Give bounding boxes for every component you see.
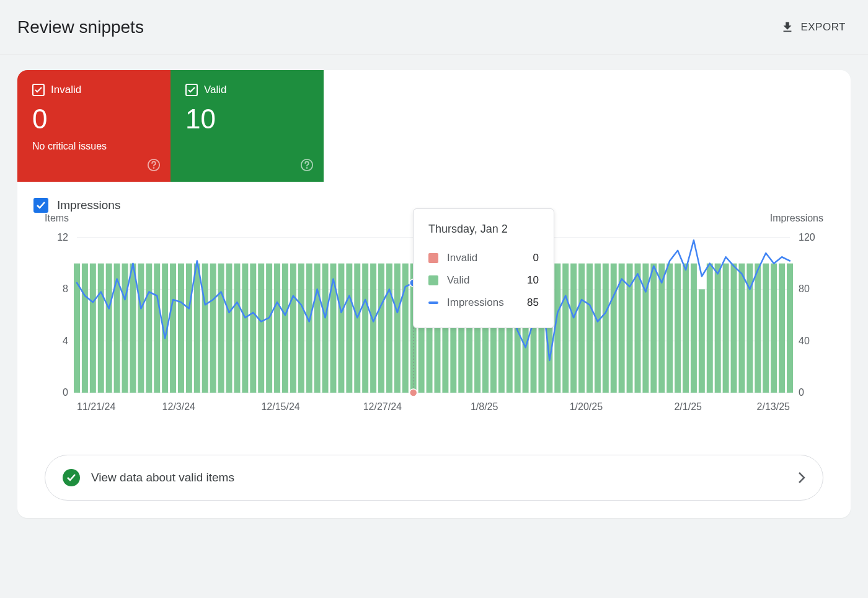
svg-rect-17 <box>82 264 88 393</box>
page-header: Review snippets EXPORT <box>0 0 868 55</box>
svg-rect-80 <box>587 264 593 393</box>
svg-rect-81 <box>595 264 601 393</box>
svg-rect-43 <box>290 264 296 393</box>
svg-text:80: 80 <box>799 283 810 294</box>
svg-rect-53 <box>370 264 376 393</box>
svg-rect-22 <box>122 264 128 393</box>
svg-rect-20 <box>106 264 112 393</box>
svg-rect-86 <box>635 264 641 393</box>
impressions-label: Impressions <box>57 199 120 212</box>
svg-rect-92 <box>683 264 689 393</box>
svg-rect-35 <box>226 264 232 393</box>
svg-rect-88 <box>650 264 657 393</box>
chart-tooltip: Thursday, Jan 2 Invalid0Valid10Impressio… <box>413 208 554 328</box>
view-valid-items-label: View data about valid items <box>91 471 787 484</box>
status-cards: Invalid 0 No critical issues Valid 10 <box>17 70 851 182</box>
svg-rect-34 <box>218 264 224 393</box>
svg-rect-29 <box>178 264 184 393</box>
export-button[interactable]: EXPORT <box>781 20 846 34</box>
svg-rect-96 <box>715 264 721 393</box>
main-card: Invalid 0 No critical issues Valid 10 <box>17 70 851 518</box>
svg-text:8: 8 <box>63 283 68 294</box>
svg-rect-104 <box>779 264 785 393</box>
invalid-sub: No critical issues <box>32 141 156 152</box>
svg-text:0: 0 <box>799 387 804 398</box>
page-title: Review snippets <box>17 17 144 37</box>
svg-rect-25 <box>146 264 152 393</box>
svg-text:12/3/24: 12/3/24 <box>162 401 195 412</box>
svg-text:1/8/25: 1/8/25 <box>471 401 498 412</box>
tooltip-label: Impressions <box>447 297 527 309</box>
svg-rect-37 <box>242 264 248 393</box>
svg-rect-93 <box>691 264 697 393</box>
tooltip-swatch <box>428 253 438 263</box>
check-icon <box>188 87 195 93</box>
svg-rect-77 <box>562 264 569 393</box>
tooltip-swatch <box>428 301 438 304</box>
svg-text:1/20/25: 1/20/25 <box>570 401 603 412</box>
valid-value: 10 <box>185 104 309 135</box>
tooltip-row: Impressions85 <box>428 292 539 314</box>
svg-point-107 <box>410 389 417 396</box>
svg-rect-56 <box>394 264 401 393</box>
svg-rect-94 <box>699 289 705 393</box>
svg-rect-33 <box>210 264 216 393</box>
status-card-valid[interactable]: Valid 10 <box>170 70 324 182</box>
svg-rect-102 <box>763 264 769 393</box>
svg-rect-79 <box>578 264 585 393</box>
svg-rect-82 <box>603 264 609 393</box>
svg-rect-78 <box>570 264 577 393</box>
svg-point-3 <box>307 167 308 168</box>
svg-rect-41 <box>274 264 280 393</box>
svg-text:2/13/25: 2/13/25 <box>757 401 790 412</box>
download-icon <box>781 20 794 34</box>
svg-rect-98 <box>731 264 737 393</box>
check-icon <box>37 202 45 209</box>
impressions-checkbox[interactable] <box>33 198 48 213</box>
tooltip-date: Thursday, Jan 2 <box>428 223 539 236</box>
svg-rect-95 <box>707 264 713 393</box>
svg-text:12/15/24: 12/15/24 <box>261 401 299 412</box>
help-icon[interactable] <box>147 158 161 172</box>
invalid-checkbox[interactable] <box>32 84 45 96</box>
invalid-label: Invalid <box>51 84 81 96</box>
help-icon[interactable] <box>300 158 314 172</box>
tooltip-label: Invalid <box>447 252 533 264</box>
svg-rect-90 <box>666 264 673 393</box>
check-circle-icon <box>63 469 80 486</box>
svg-rect-48 <box>330 264 336 393</box>
svg-rect-42 <box>282 264 288 393</box>
svg-rect-54 <box>378 264 384 393</box>
svg-text:0: 0 <box>63 387 68 398</box>
tooltip-swatch <box>428 275 438 285</box>
svg-rect-51 <box>354 264 360 393</box>
tooltip-value: 85 <box>527 297 539 309</box>
valid-checkbox[interactable] <box>185 84 198 96</box>
svg-rect-99 <box>738 264 745 393</box>
tooltip-row: Invalid0 <box>428 247 539 269</box>
right-axis-label: Impressions <box>770 213 823 224</box>
svg-rect-105 <box>787 264 793 393</box>
view-valid-items-button[interactable]: View data about valid items <box>45 455 823 501</box>
svg-rect-50 <box>346 264 352 393</box>
svg-rect-19 <box>98 264 104 393</box>
svg-rect-101 <box>755 264 761 393</box>
svg-rect-52 <box>362 264 368 393</box>
svg-rect-46 <box>314 264 321 393</box>
svg-text:2/1/25: 2/1/25 <box>674 401 702 412</box>
tooltip-label: Valid <box>447 274 527 287</box>
tooltip-row: Valid10 <box>428 269 539 292</box>
svg-rect-23 <box>130 264 136 393</box>
left-axis-label: Items <box>45 213 69 224</box>
svg-rect-45 <box>306 264 312 393</box>
svg-rect-91 <box>675 264 681 393</box>
status-card-invalid[interactable]: Invalid 0 No critical issues <box>17 70 170 182</box>
svg-rect-39 <box>258 264 264 393</box>
svg-text:12/27/24: 12/27/24 <box>363 401 402 412</box>
svg-rect-31 <box>194 264 200 393</box>
chevron-right-icon <box>798 471 805 484</box>
valid-label: Valid <box>204 84 227 96</box>
check-icon <box>35 87 42 93</box>
svg-rect-103 <box>771 264 777 393</box>
svg-rect-30 <box>186 264 192 393</box>
